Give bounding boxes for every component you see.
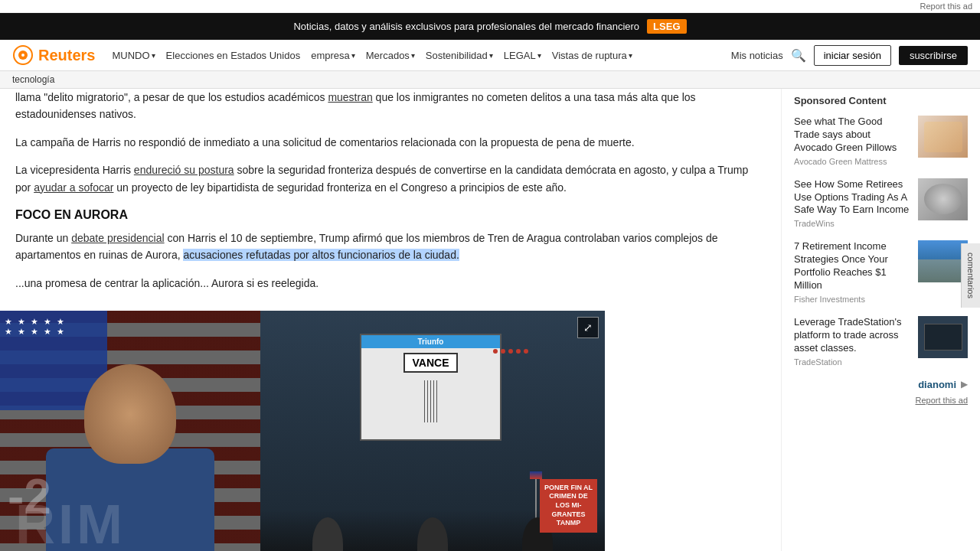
sidebar: Sponsored Content See what The Good Trad…: [781, 89, 980, 551]
article-para-4: Durante un debate presidencial con Harri…: [15, 230, 766, 264]
crime-banner: PONER FIN AL CRIMEN DE LOS MI-GRANTES TA…: [540, 479, 597, 533]
nav-mercados[interactable]: Mercados: [366, 50, 415, 61]
sponsor-item-4[interactable]: Leverage TradeStation's platform to trad…: [794, 316, 968, 367]
sponsor-item-1[interactable]: See what The Good Trade says about Avoca…: [794, 116, 968, 166]
expand-video-button[interactable]: ⤢: [577, 317, 599, 338]
sponsor-title-2[interactable]: See How Some Retirees Use Options Tradin…: [794, 178, 910, 217]
dianomi-arrow: ▶: [961, 379, 968, 390]
sponsor-title-1[interactable]: See what The Good Trade says about Avoca…: [794, 116, 910, 155]
stars-display: ★ ★ ★ ★ ★★ ★ ★ ★ ★: [5, 317, 66, 337]
comentarios-tab[interactable]: comentarios: [961, 243, 980, 308]
sponsor-thumb-4: [918, 316, 968, 358]
sponsor-text-2: See How Some Retirees Use Options Tradin…: [794, 178, 910, 229]
sponsor-text-3: 7 Retirement Income Strategies Once Your…: [794, 240, 910, 304]
navbar: Reuters MUNDO Elecciones en Estados Unid…: [0, 40, 980, 71]
nav-empresa[interactable]: empresa: [311, 50, 355, 61]
report-ad-top[interactable]: Report this ad: [920, 2, 972, 11]
sponsor-source-1: Avocado Green Mattress: [794, 157, 910, 166]
sponsor-title-3[interactable]: 7 Retirement Income Strategies Once Your…: [794, 240, 910, 292]
number-badge: -2: [8, 468, 51, 525]
svg-point-2: [21, 54, 24, 57]
lseg-banner-text: Noticias, datos y análisis exclusivos pa…: [293, 21, 639, 32]
sub-nav: tecnología: [0, 71, 980, 89]
board-lines: [424, 380, 437, 422]
link-debate[interactable]: debate presidencial: [71, 232, 164, 244]
sponsor-thumb-1: [918, 116, 968, 158]
dianomi-footer: dianomi ▶: [794, 379, 968, 390]
highlight-acusaciones: acusaciones refutadas por altos funciona…: [183, 249, 459, 261]
top-ad-bar: Report this ad: [0, 0, 980, 13]
debate-board: Triunfo VANCE: [360, 334, 501, 441]
report-ad-sidebar[interactable]: Report this ad: [916, 396, 968, 405]
vance-name: VANCE: [403, 353, 459, 373]
nav-mundo[interactable]: MUNDO: [112, 50, 155, 61]
signin-button[interactable]: iniciar sesión: [814, 45, 891, 66]
article-area: llama "delito migratorio", a pesar de qu…: [0, 89, 781, 551]
report-ad-sidebar-wrapper: Report this ad: [794, 393, 968, 406]
search-icon[interactable]: 🔍: [791, 48, 806, 63]
sponsor-title-4[interactable]: Leverage TradeStation's platform to trad…: [794, 316, 910, 355]
video-board-area: ⤢ Triunfo VANCE: [260, 311, 605, 551]
sponsor-item-3[interactable]: 7 Retirement Income Strategies Once Your…: [794, 240, 968, 304]
nav-vistas[interactable]: Vistas de ruptura: [552, 50, 632, 61]
sponsor-source-3: Fisher Investments: [794, 295, 910, 304]
article-para-2: La campaña de Harris no respondió de inm…: [15, 134, 766, 151]
video-person-area: ★ ★ ★ ★ ★★ ★ ★ ★ ★ RIM -2: [0, 311, 260, 551]
reuters-logo-icon: [12, 44, 34, 66]
nav-right: Mis noticias 🔍 iniciar sesión suscribirs…: [731, 45, 968, 66]
video-area: ★ ★ ★ ★ ★★ ★ ★ ★ ★ RIM -2: [0, 311, 605, 551]
link-muestran[interactable]: muestran: [328, 91, 372, 103]
mis-noticias[interactable]: Mis noticias: [731, 50, 783, 61]
lseg-badge[interactable]: LSEG: [647, 19, 686, 34]
sponsor-item-2[interactable]: See How Some Retirees Use Options Tradin…: [794, 178, 968, 229]
subscribe-button[interactable]: suscribirse: [899, 46, 968, 65]
board-title-label: Triunfo: [361, 335, 500, 348]
sub-nav-text[interactable]: tecnología: [12, 74, 54, 85]
sponsor-text-4: Leverage TradeStation's platform to trad…: [794, 316, 910, 367]
article-para-5: ...una promesa de centrar la aplicación.…: [15, 275, 766, 292]
debate-scene: Triunfo VANCE: [260, 311, 605, 551]
nav-legal[interactable]: LEGAL: [504, 50, 541, 61]
sponsor-text-1: See what The Good Trade says about Avoca…: [794, 116, 910, 166]
comentarios-label: comentarios: [966, 253, 975, 298]
article-para-1: llama "delito migratorio", a pesar de qu…: [15, 89, 766, 123]
sponsor-thumb-2: [918, 178, 968, 220]
sponsored-content-title: Sponsored Content: [794, 89, 968, 106]
main-layout: llama "delito migratorio", a pesar de qu…: [0, 89, 980, 551]
section-foco-aurora: FOCO EN AURORA: [15, 208, 766, 222]
nav-elecciones[interactable]: Elecciones en Estados Unidos: [166, 50, 301, 61]
nav-sostenibilidad[interactable]: Sostenibilidad: [426, 50, 493, 61]
sponsor-source-4: TradeStation: [794, 357, 910, 367]
link-endurecio[interactable]: endureció su postura: [134, 164, 234, 176]
reuters-logo-text: Reuters: [38, 47, 95, 64]
red-dots: [493, 349, 528, 354]
reuters-logo[interactable]: Reuters: [12, 44, 95, 66]
article-para-3: La vicepresidenta Harris endureció su po…: [15, 161, 766, 196]
link-ayudar[interactable]: ayudar a sofocar: [34, 181, 113, 194]
article-text: llama "delito migratorio", a pesar de qu…: [15, 89, 766, 292]
sponsor-source-2: TradeWins: [794, 219, 910, 228]
lseg-banner: Noticias, datos y análisis exclusivos pa…: [0, 13, 980, 40]
dianomi-logo[interactable]: dianomi: [918, 379, 956, 390]
